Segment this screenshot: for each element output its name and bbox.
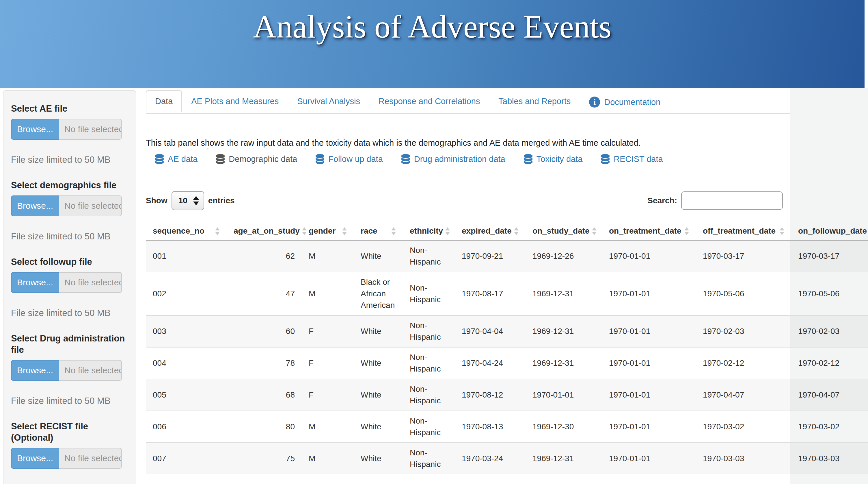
column-header-sequence_no[interactable]: sequence_no — [146, 222, 227, 240]
file-selected-text[interactable]: No file selected — [59, 195, 122, 216]
cell-age_at_on_study: 80 — [227, 411, 302, 443]
browse-button[interactable]: Browse... — [11, 119, 59, 140]
database-icon — [524, 154, 532, 164]
column-header-off_treatment_date[interactable]: off_treatment_date — [696, 222, 791, 240]
cell-age_at_on_study: 62 — [227, 240, 302, 273]
cell-race: White — [354, 240, 403, 273]
sort-arrows-icon — [445, 227, 450, 235]
cell-on_treatment_date: 1970-01-01 — [602, 240, 696, 273]
cell-race: White — [354, 411, 403, 443]
cell-expired_date: 1970-03-24 — [455, 443, 526, 474]
cell-on_followup_date: 1970-02-12 — [791, 347, 868, 379]
cell-ethnicity: Non-Hispanic — [403, 347, 455, 379]
tab-link-documentation[interactable]: iDocumentation — [580, 90, 670, 114]
file-size-help-text: File size limited to 50 MB — [11, 396, 128, 406]
tab-link-response-and-correlations[interactable]: Response and Correlations — [369, 90, 489, 112]
column-header-label: on_followup_date — [798, 226, 867, 236]
entries-label: entries — [208, 196, 235, 205]
tab-link-recist-data[interactable]: RECIST data — [592, 148, 672, 170]
browse-button[interactable]: Browse... — [11, 448, 59, 469]
column-header-label: gender — [309, 226, 336, 236]
column-header-label: race — [361, 226, 377, 236]
sort-arrows-icon — [391, 227, 396, 235]
file-input-select-ae-file: Browse...No file selected — [11, 119, 122, 140]
tab-label: Data — [155, 96, 173, 106]
column-header-expired_date[interactable]: expired_date — [455, 222, 526, 240]
data-tab-bar: AE dataDemographic dataFollow up dataDru… — [146, 148, 790, 170]
file-size-help-text: File size limited to 50 MB — [11, 308, 128, 318]
tab-drug-administration-data: Drug administration data — [392, 148, 515, 170]
tab-link-ae-data[interactable]: AE data — [146, 148, 207, 170]
cell-sequence_no: 001 — [146, 240, 227, 273]
tab-label: Response and Correlations — [378, 96, 480, 106]
tab-label: Documentation — [604, 97, 660, 107]
cell-off_treatment_date: 1970-03-17 — [696, 240, 791, 273]
cell-on_study_date: 1969-12-26 — [526, 240, 602, 273]
tab-link-follow-up-data[interactable]: Follow up data — [306, 148, 392, 170]
column-header-race[interactable]: race — [354, 222, 403, 240]
table-row: 00568FWhiteNon-Hispanic1970-08-121970-01… — [146, 379, 868, 411]
sidebar: Select AE fileBrowse...No file selectedF… — [3, 90, 136, 484]
column-header-on_study_date[interactable]: on_study_date — [526, 222, 602, 240]
file-selected-text[interactable]: No file selected — [59, 448, 122, 469]
column-header-age_at_on_study[interactable]: age_at_on_study — [227, 222, 302, 240]
cell-on_followup_date: 1970-03-17 — [791, 240, 868, 273]
search-input[interactable] — [681, 191, 783, 210]
tab-link-toxicity-data[interactable]: Toxicity data — [515, 148, 592, 170]
cell-gender: F — [302, 347, 354, 379]
tab-link-demographic-data[interactable]: Demographic data — [207, 148, 306, 170]
database-icon — [601, 154, 610, 164]
tab-link-tables-and-reports[interactable]: Tables and Reports — [489, 90, 580, 112]
cell-sequence_no: 002 — [146, 272, 227, 315]
column-header-on_followup_date[interactable]: on_followup_date — [791, 222, 868, 240]
tab-label: Follow up data — [328, 154, 383, 164]
main-content: DataAE Plots and MeasuresSurvival Analys… — [146, 90, 790, 474]
tab-response-and-correlations: Response and Correlations — [369, 90, 489, 114]
cell-on_study_date: 1969-12-31 — [526, 315, 602, 347]
column-header-label: on_study_date — [532, 226, 590, 236]
cell-sequence_no: 007 — [146, 443, 227, 474]
database-icon — [401, 154, 410, 164]
tab-label: Demographic data — [229, 154, 297, 164]
column-header-label: ethnicity — [410, 226, 443, 236]
file-selected-text[interactable]: No file selected — [59, 360, 122, 381]
browse-button[interactable]: Browse... — [11, 272, 59, 293]
cell-ethnicity: Non-Hispanic — [403, 443, 455, 474]
info-circle-icon: i — [589, 96, 600, 108]
cell-on_followup_date: 1970-03-03 — [791, 443, 868, 474]
page-length-select[interactable]: 10 — [172, 191, 204, 210]
browse-button[interactable]: Browse... — [11, 360, 59, 381]
cell-ethnicity: Non-Hispanic — [403, 315, 455, 347]
demographic-data-table: sequence_noage_at_on_studygenderraceethn… — [146, 222, 868, 474]
file-selected-text[interactable]: No file selected — [59, 119, 122, 140]
cell-on_study_date: 1970-01-01 — [526, 379, 602, 411]
tab-toxicity-data: Toxicity data — [515, 148, 592, 170]
file-selected-text[interactable]: No file selected — [59, 272, 122, 293]
cell-on_study_date: 1969-12-31 — [526, 443, 602, 474]
cell-age_at_on_study: 75 — [227, 443, 302, 474]
tab-label: Toxicity data — [536, 154, 583, 164]
tab-recist-data: RECIST data — [592, 148, 672, 170]
file-input-label-select-drug-administration-file: Select Drug administration file — [11, 333, 128, 355]
select-stepper-icon — [193, 196, 199, 205]
column-header-gender[interactable]: gender — [302, 222, 354, 240]
column-header-label: expired_date — [462, 226, 512, 236]
cell-on_treatment_date: 1970-01-01 — [602, 315, 696, 347]
browse-button[interactable]: Browse... — [11, 195, 59, 216]
cell-off_treatment_date: 1970-05-06 — [696, 272, 791, 315]
column-header-ethnicity[interactable]: ethnicity — [403, 222, 455, 240]
tab-link-ae-plots-and-measures[interactable]: AE Plots and Measures — [182, 90, 288, 112]
file-input-select-drug-administration-file: Browse...No file selected — [11, 360, 122, 381]
tab-label: Survival Analysis — [297, 96, 360, 106]
down-arrow-icon — [193, 201, 199, 205]
tab-link-drug-administration-data[interactable]: Drug administration data — [392, 148, 515, 170]
tab-ae-data: AE data — [146, 148, 207, 170]
cell-on_followup_date: 1970-05-06 — [791, 272, 868, 315]
tab-ae-plots-and-measures: AE Plots and Measures — [182, 90, 288, 114]
cell-age_at_on_study: 68 — [227, 379, 302, 411]
cell-sequence_no: 006 — [146, 411, 227, 443]
column-header-on_treatment_date[interactable]: on_treatment_date — [602, 222, 696, 240]
tab-link-data[interactable]: Data — [146, 90, 182, 112]
cell-race: White — [354, 315, 403, 347]
tab-link-survival-analysis[interactable]: Survival Analysis — [288, 90, 369, 112]
